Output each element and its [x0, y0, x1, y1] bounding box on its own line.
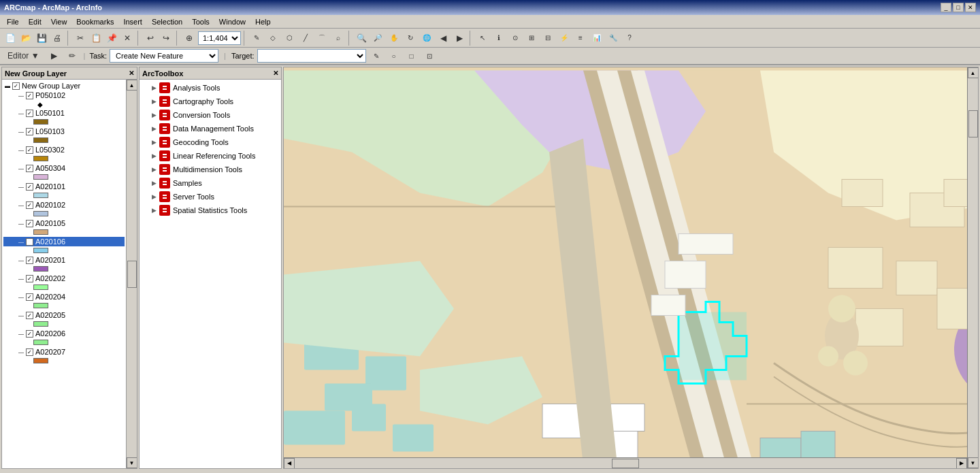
layer-A020106[interactable]: — A020106: [3, 237, 125, 246]
expand-a020106[interactable]: —: [18, 239, 24, 245]
layer-A020205[interactable]: — A020205: [3, 310, 125, 320]
pointer-button[interactable]: ▶: [47, 48, 62, 63]
print-button[interactable]: 🖨: [50, 31, 65, 46]
edit-vertices-button[interactable]: ✎: [249, 31, 264, 46]
cb-a020201[interactable]: [26, 257, 33, 264]
expand-p050102[interactable]: —: [18, 93, 24, 99]
target-btn3[interactable]: □: [404, 48, 419, 63]
cb-a020205[interactable]: [26, 312, 33, 319]
menu-help[interactable]: Help: [251, 16, 275, 27]
menu-insert[interactable]: Insert: [119, 16, 146, 27]
maximize-button[interactable]: □: [953, 3, 964, 12]
paste-button[interactable]: 📌: [104, 31, 119, 46]
select-button[interactable]: ↖: [475, 31, 490, 46]
cb-a020106[interactable]: [26, 238, 33, 246]
undo-button[interactable]: ↩: [143, 31, 158, 46]
toolbox-item-cartography[interactable]: ▶ Cartography Tools: [141, 95, 280, 108]
delete-button[interactable]: ✕: [120, 31, 135, 46]
layer-L050302[interactable]: — L050302: [3, 145, 125, 154]
toc-close-button[interactable]: ✕: [129, 69, 134, 77]
toolbox-item-conversion[interactable]: ▶ Conversion Tools: [141, 108, 280, 122]
expand-l050103[interactable]: —: [18, 129, 24, 135]
cb-a020202[interactable]: [26, 275, 33, 282]
editor-dropdown-button[interactable]: Editor ▼: [3, 48, 44, 63]
layer-A020206[interactable]: — A020206: [3, 329, 125, 338]
wrench-button[interactable]: 🔧: [606, 31, 621, 46]
expand-a020206[interactable]: —: [18, 331, 24, 337]
forward-button[interactable]: ▶: [452, 31, 467, 46]
open-button[interactable]: 📂: [18, 31, 33, 46]
minimize-button[interactable]: _: [941, 3, 951, 12]
menu-file[interactable]: File: [3, 16, 23, 27]
globe-button[interactable]: 🌐: [419, 31, 434, 46]
redo-button[interactable]: ↪: [159, 31, 174, 46]
expand-a020101[interactable]: —: [18, 184, 24, 190]
expand-a020202[interactable]: —: [18, 276, 24, 282]
menu-bookmarks[interactable]: Bookmarks: [72, 16, 118, 27]
cb-a020101[interactable]: [26, 183, 33, 191]
toc-content[interactable]: ▬ New Group Layer — P050102 ◆ — L050101: [2, 80, 137, 468]
toolbox-item-linear[interactable]: ▶ Linear Referencing Tools: [141, 149, 280, 163]
menu-edit[interactable]: Edit: [24, 16, 46, 27]
measure2-button[interactable]: ⊟: [540, 31, 555, 46]
layer-A020202[interactable]: — A020202: [3, 274, 125, 283]
new-button[interactable]: 📄: [3, 31, 18, 46]
full-extent-button[interactable]: ⊕: [182, 31, 197, 46]
map-scrollbar-v[interactable]: ▲ ▼: [967, 67, 978, 468]
target-dropdown[interactable]: [257, 49, 366, 63]
target-btn4[interactable]: ⊡: [422, 48, 437, 63]
scale-dropdown[interactable]: 1:1,404: [198, 31, 241, 45]
toolbox-item-samples[interactable]: ▶ Samples: [141, 176, 280, 190]
close-button[interactable]: ✕: [965, 3, 976, 12]
identify-button[interactable]: ⊙: [508, 31, 523, 46]
target-btn1[interactable]: ✎: [369, 48, 384, 63]
toolbox-item-geocoding[interactable]: ▶ Geocoding Tools: [141, 135, 280, 149]
menu-window[interactable]: Window: [215, 16, 250, 27]
cb-a020207[interactable]: [26, 348, 33, 356]
scroll-up-button[interactable]: ▲: [127, 80, 137, 91]
cb-l050101[interactable]: [26, 110, 33, 117]
back-button[interactable]: ◀: [436, 31, 451, 46]
zoom-out-button[interactable]: 🔎: [370, 31, 385, 46]
layer-P050102[interactable]: — P050102: [3, 91, 125, 100]
expand-l050101[interactable]: —: [18, 110, 24, 116]
cb-a050304[interactable]: [26, 165, 33, 172]
expand-a020204[interactable]: —: [18, 294, 24, 300]
cb-p050102[interactable]: [26, 92, 33, 99]
toolbox-item-analysis[interactable]: ▶ Analysis Tools: [141, 81, 280, 95]
arc-button[interactable]: ⌒: [314, 31, 329, 46]
target-btn2[interactable]: ○: [387, 48, 402, 63]
layer-A020207[interactable]: — A020207: [3, 347, 125, 357]
layer-A020101[interactable]: — A020101: [3, 182, 125, 191]
pencil-button[interactable]: ✏: [65, 48, 80, 63]
layer-A020102[interactable]: — A020102: [3, 200, 125, 210]
cb-a020102[interactable]: [26, 201, 33, 209]
expand-a020102[interactable]: —: [18, 202, 24, 208]
line-button[interactable]: ╱: [298, 31, 313, 46]
scroll-down-button[interactable]: ▼: [127, 457, 137, 468]
toc-group-header[interactable]: ▬ New Group Layer: [3, 81, 125, 91]
cb-l050302[interactable]: [26, 146, 33, 154]
expand-a020201[interactable]: —: [18, 257, 24, 263]
toolbox-item-server[interactable]: ▶ Server Tools: [141, 190, 280, 203]
cb-l050103[interactable]: [26, 128, 33, 135]
cut-button[interactable]: ✂: [73, 31, 88, 46]
map-scroll-right-button[interactable]: ▶: [956, 458, 967, 469]
help2-button[interactable]: ?: [622, 31, 637, 46]
info-button[interactable]: ℹ: [491, 31, 506, 46]
toolbox-item-multidimension[interactable]: ▶ Multidimension Tools: [141, 163, 280, 176]
layer-A020105[interactable]: — A020105: [3, 218, 125, 228]
scroll-thumb[interactable]: [127, 261, 137, 288]
measure-button[interactable]: ⊞: [524, 31, 539, 46]
map-scroll-down-button[interactable]: ▼: [968, 457, 979, 468]
rotate-button[interactable]: ↻: [403, 31, 418, 46]
expand-a050304[interactable]: —: [18, 165, 24, 172]
chart-button[interactable]: 📊: [589, 31, 604, 46]
toc-scrollbar[interactable]: ▲ ▼: [126, 80, 137, 468]
menu-selection[interactable]: Selection: [148, 16, 186, 27]
pan-button[interactable]: ✋: [387, 31, 402, 46]
arc2-button[interactable]: ⌕: [331, 31, 346, 46]
lightning-button[interactable]: ⚡: [557, 31, 572, 46]
cb-a020204[interactable]: [26, 293, 33, 301]
map-scroll-up-button[interactable]: ▲: [968, 67, 979, 78]
